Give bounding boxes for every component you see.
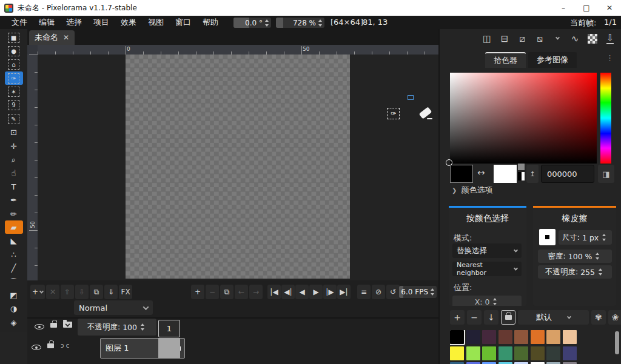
panel-menu-icon[interactable]: ⋮ [606,53,614,62]
remove-color-button[interactable]: − [467,310,482,325]
palette-swatch-45283c[interactable] [482,330,496,344]
brush-preview[interactable] [539,229,556,245]
tool-paint-select[interactable]: ✎ [5,112,23,125]
remove-frame-button[interactable]: − [206,285,219,299]
spin-arrows-icon[interactable] [594,253,600,260]
alpha-checker-button[interactable] [585,31,600,46]
add-layer-button[interactable]: + [30,285,45,299]
tool-text-tool[interactable]: T [5,180,23,193]
palette-scrollbar[interactable] [615,331,619,354]
toggle-all-visibility-eye-icon[interactable] [35,324,44,329]
palette-swatch-524b24[interactable] [531,346,545,360]
tool-eraser-tool[interactable]: ▰ [5,220,23,234]
clone-frame-button[interactable]: ⧉ [220,285,233,299]
expand-layers-folder-icon[interactable] [63,322,72,328]
saturation-value-picker[interactable] [450,73,597,164]
minimize-button[interactable]: – [552,0,575,16]
play-forward-button[interactable]: ▶ [309,285,323,299]
mirror-horizontal-button[interactable]: ◫ [479,31,495,46]
palette-swatch-000000[interactable] [450,330,464,344]
palette-swatch-4b692f[interactable] [514,346,528,360]
tool-rectangle-tool[interactable]: ◩ [5,288,23,302]
palette-swatch-d9a066[interactable] [546,330,560,344]
tool-select-by-color[interactable]: ✑ [5,71,23,85]
mirror-vertical-button[interactable]: ⊟ [497,31,512,46]
palette-select-dropdown[interactable]: 默认 [518,310,589,325]
palette-swatch-323c39[interactable] [546,346,560,360]
fps-spinner[interactable]: 6.0 FPS [399,286,437,298]
zoom-spinner[interactable]: 728 % [276,18,324,28]
document-tab[interactable]: 未命名 ✕ [29,30,75,45]
loop-mode-button[interactable]: ↺ [386,285,400,299]
edit-palette-button[interactable]: ✾ [591,310,605,325]
add-color-button[interactable]: + [450,310,465,325]
menu-item-文件[interactable]: 文件 [6,16,33,29]
tool-pan-tool[interactable]: ☝ [5,167,23,180]
next-frame-button[interactable]: |▶ [323,285,337,299]
tool-bucket-tool[interactable]: ◣ [5,234,23,248]
move-layer-down-button[interactable]: ⇩ [75,285,89,299]
palette-swatch-df7126[interactable] [531,330,545,344]
tool-line-tool[interactable]: ╱ [5,262,23,275]
lock-all-layers-icon[interactable] [50,323,57,328]
palette-swatch-3f3f74[interactable] [563,346,577,360]
density-spinner[interactable]: 密度: 100 % [538,250,612,263]
spin-arrows-icon[interactable] [264,19,270,27]
tab-close-icon[interactable]: ✕ [63,33,69,42]
ruler-horizontal[interactable]: 050 [38,45,438,55]
lock-palette-button[interactable] [501,310,515,325]
layer-visibility-eye-icon[interactable] [32,345,41,350]
palette-swatch-eec39a[interactable] [563,330,577,344]
mirror-diagonal-button[interactable]: ⧄ [514,31,530,46]
tool-curve-tool[interactable]: ⌒ [5,275,23,288]
secondary-color-swatch[interactable] [494,165,517,183]
menu-item-帮助[interactable]: 帮助 [197,16,224,29]
tool-shading-tool[interactable]: ∴ [5,248,23,261]
tool-zoom-tool[interactable]: ⌕ [5,153,23,167]
ink-button[interactable]: ⇩ [602,31,618,46]
tool-ellipse-select[interactable]: ● [5,44,23,58]
menu-item-选择[interactable]: 选择 [61,16,87,29]
cel-link-icons[interactable]: ɔ c [61,342,69,349]
new-palette-button[interactable]: ❀ [608,310,621,325]
palette-swatch-663931[interactable] [498,330,512,344]
tool-rectangle-select[interactable]: ■ [5,31,23,44]
menu-item-项目[interactable]: 项目 [88,16,115,29]
spin-arrows-icon[interactable] [317,19,323,27]
merge-layer-down-button[interactable]: ⇓ [104,285,118,299]
go-first-frame-button[interactable]: |◀ [267,285,281,299]
canvas-transparent-checkerboard[interactable] [126,55,350,279]
sort-palette-button[interactable]: ↓ [484,310,498,325]
dynamics-button[interactable]: ∿ [567,31,583,46]
eraser-opacity-spinner[interactable]: 不透明度: 255 [538,265,612,279]
tool-lasso-select[interactable]: 9 [5,99,23,112]
palette-swatch-222034[interactable] [466,330,480,344]
hex-color-input[interactable]: 000000 [541,165,594,183]
close-button[interactable]: ✕ [598,0,621,16]
tab-拾色器[interactable]: 拾色器 [485,52,526,68]
default-bw-swatch[interactable] [518,172,525,180]
frame-header-button[interactable]: 1 [158,320,180,337]
swap-colors-icon[interactable]: ↔ [477,167,485,178]
tool-3d-shape-tool[interactable]: ◈ [5,316,23,329]
primary-color-swatch[interactable] [450,165,473,183]
onion-settings-button[interactable]: ≡ [357,285,371,299]
tool-move-tool[interactable]: ✛ [5,139,23,153]
selection-mode-dropdown[interactable]: 替换选择 [452,243,522,258]
palette-swatch-fbf236[interactable] [450,346,464,360]
spin-arrows-icon[interactable] [139,323,146,331]
add-frame-button[interactable]: + [191,285,204,299]
hue-slider[interactable] [600,73,611,164]
tool-polygon-select[interactable]: ⌂ [5,58,23,71]
interpolation-dropdown[interactable]: Nearest neighbor [452,262,522,276]
menu-item-编辑[interactable]: 编辑 [33,16,60,29]
spin-arrows-icon[interactable] [429,288,435,296]
menu-item-视图[interactable]: 视图 [143,16,169,29]
layer-fx-button[interactable]: FX [119,285,132,299]
spin-arrows-icon[interactable] [601,234,607,241]
position-x-spinner[interactable]: X: 0 [452,296,522,306]
menu-item-效果[interactable]: 效果 [115,16,142,29]
spin-arrows-icon[interactable] [597,268,603,276]
move-frame-right-button[interactable]: → [249,285,263,299]
onion-skinning-button[interactable]: ⊘ [372,285,385,299]
